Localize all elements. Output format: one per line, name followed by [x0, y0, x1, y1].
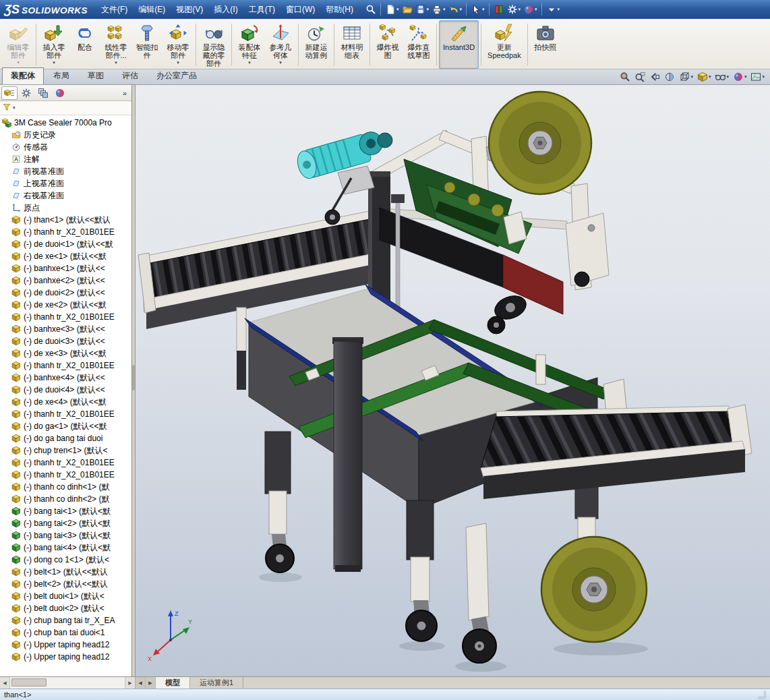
tree-item[interactable]: (-) dong co 1<1> (默认< [2, 554, 131, 566]
tab-评估[interactable]: 评估 [113, 67, 147, 84]
right-head-bracket[interactable] [566, 213, 609, 287]
scroll-thumb[interactable] [11, 678, 47, 687]
graphics-area[interactable]: Z Y X [136, 85, 770, 676]
tree-item[interactable]: (-) Upper taping head12 [2, 651, 131, 663]
tree-item[interactable]: (-) de duoi<3> (默认<< [2, 335, 131, 347]
move-component-button[interactable]: 移动零部件▾ [162, 20, 194, 69]
tree-item[interactable]: A注解 [2, 153, 131, 165]
menu-2[interactable]: 编辑(E) [133, 1, 171, 18]
exploded-view-button[interactable]: 爆炸视图 [372, 20, 403, 69]
tree-item[interactable]: (-) belt duoi<1> (默认< [2, 590, 131, 602]
panel-horizontal-scrollbar[interactable]: ◀ ▶ [0, 677, 136, 689]
tree-item[interactable]: (-) belt<2> (默认<<默认 [2, 578, 131, 590]
save-button[interactable]: ▾ [414, 2, 431, 17]
tree-item[interactable]: 历史记录 [2, 129, 131, 141]
tree-item[interactable]: (-) chup bang tai tr_X_EA [2, 614, 131, 626]
tree-item[interactable]: (-) banhxe<4> (默认<< [2, 372, 131, 384]
tab-办公室产品[interactable]: 办公室产品 [148, 67, 206, 84]
tree-item[interactable]: (-) belt<1> (默认<<默认 [2, 566, 131, 578]
select-button[interactable]: ▾ [469, 2, 486, 17]
tree-item[interactable]: 前视基准面 [2, 165, 131, 177]
explode-line-sketch-button[interactable]: 爆炸直线草图 [403, 20, 434, 69]
smart-fasteners-button[interactable]: 智能扣件 [131, 20, 162, 69]
scroll-right-button[interactable]: ▶ [125, 677, 135, 689]
tab-nav-prev[interactable]: ◀ [136, 677, 146, 689]
tree-item[interactable]: (-) bang tai<2> (默认<默 [2, 517, 131, 529]
center-post[interactable] [332, 337, 363, 572]
tree-item[interactable]: (-) do ga<1> (默认<<默 [2, 420, 131, 432]
options-button[interactable]: ▾ [506, 2, 523, 17]
tree-item[interactable]: (-) chup ban tai duoi<1 [2, 626, 131, 639]
instant3d-button[interactable]: Instant3D [439, 20, 479, 69]
tree-item[interactable]: (-) chup tren<1> (默认< [2, 444, 131, 457]
view-orientation-button[interactable]: ▾ [678, 71, 694, 83]
tree-item[interactable]: (-) de duoi<1> (默认<<默 [2, 238, 131, 250]
resize-grip[interactable] [758, 691, 766, 699]
tree-item[interactable]: (-) thanh tr_X2_01B01EE [2, 469, 131, 481]
undo-button[interactable]: ▾ [447, 2, 464, 17]
tree-item[interactable]: (-) thanh tr_X2_01B01EE [2, 226, 131, 238]
mate-button[interactable]: 配合 [69, 20, 100, 69]
lower-tape-roll[interactable] [541, 537, 647, 642]
previous-view-button[interactable] [648, 71, 661, 83]
tab-草图[interactable]: 草图 [79, 67, 113, 84]
show-hidden-components-button[interactable]: 显示隐藏的零部件 [198, 20, 229, 69]
tree-item[interactable]: (-) thanh co dinh<1> (默 [2, 481, 131, 493]
toolbar-overflow-button[interactable]: ▾ [545, 2, 562, 17]
panel-tab-feature-manager-tree[interactable] [1, 86, 18, 100]
scroll-left-button[interactable]: ◀ [0, 677, 10, 689]
tree-item[interactable]: (-) de xe<2> (默认<<默 [2, 299, 131, 311]
tree-item[interactable]: (-) Upper taping head12 [2, 639, 131, 651]
tab-装配体[interactable]: 装配体 [2, 67, 44, 84]
menu-4[interactable]: 插入(I) [208, 1, 243, 18]
tree-item[interactable]: (-) banhxe<1> (默认<< [2, 262, 131, 274]
open-button[interactable] [401, 2, 414, 17]
tree-item[interactable]: (-) de xe<3> (默认<<默 [2, 347, 131, 359]
new-motion-study-button[interactable]: 新建运动算例 [301, 20, 332, 69]
outfeed-leg-caster[interactable] [463, 523, 496, 663]
filter-funnel-icon[interactable] [2, 103, 11, 114]
section-view-button[interactable] [663, 71, 676, 83]
tree-item[interactable]: 传感器 [2, 141, 131, 153]
print-button[interactable]: ▾ [430, 2, 447, 17]
outfeed-conveyor[interactable] [481, 405, 752, 499]
menu-1[interactable]: 文件(F) [96, 1, 133, 18]
tree-item[interactable]: (-) bang tai<4> (默认<默 [2, 542, 131, 554]
apply-scene-button[interactable]: ▾ [749, 71, 766, 83]
tree-item[interactable]: (-) thanh co dinh<2> (默 [2, 493, 131, 505]
update-speedpak-button[interactable]: 更新Speedpak [483, 20, 525, 69]
display-style-button[interactable]: ▾ [696, 71, 713, 83]
model-tab-运动算例1[interactable]: 运动算例1 [190, 677, 243, 689]
tree-item[interactable]: 右视基准面 [2, 189, 131, 202]
insert-components-button[interactable]: 插入零部件▾ [38, 20, 69, 69]
assembly-features-button[interactable]: 装配体特征▾ [234, 20, 265, 69]
tree-item[interactable]: (-) belt duoi<2> (默认< [2, 602, 131, 614]
tree-item[interactable]: (-) de duoi<2> (默认<< [2, 287, 131, 299]
upper-tape-roll[interactable] [489, 92, 591, 194]
tree-item[interactable]: (-) thanh tr_X2_01B01EE [2, 408, 131, 420]
panel-tab-display-manager[interactable] [52, 86, 68, 100]
tree-item[interactable]: 上视基准面 [2, 177, 131, 189]
new-document-button[interactable]: ▾ [384, 2, 401, 17]
tree-item[interactable]: 原点 [2, 202, 131, 214]
tree-item[interactable]: (-) bang tai<3> (默认<默 [2, 529, 131, 542]
menu-5[interactable]: 工具(T) [243, 1, 280, 18]
scroll-track[interactable] [10, 677, 125, 689]
menu-3[interactable]: 视图(V) [171, 1, 208, 18]
tree-item[interactable]: (-) banhxe<3> (默认<< [2, 323, 131, 335]
bill-of-materials-button[interactable]: 材料明细表 [336, 20, 367, 69]
panel-tab-property-manager[interactable] [18, 86, 34, 100]
tree-item[interactable]: (-) do ga bang tai duoi [2, 432, 131, 444]
menu-7[interactable]: 帮助(H) [320, 1, 359, 18]
rebuild-button[interactable] [492, 2, 506, 17]
appearance-button[interactable]: ▾ [522, 2, 539, 17]
tab-布局[interactable]: 布局 [45, 67, 78, 84]
tree-item[interactable]: (-) bang tai<1> (默认<默 [2, 505, 131, 517]
tree-item[interactable]: (-) de xe<1> (默认<<默 [2, 250, 131, 262]
search-button[interactable] [364, 2, 378, 17]
menu-6[interactable]: 窗口(W) [280, 1, 320, 18]
take-snapshot-button[interactable]: 拍快照 [530, 20, 561, 69]
tree-item[interactable]: (-) thanh tr_X2_01B01EE [2, 311, 131, 323]
tree-item[interactable]: (-) thanh tr_X2_01B01EE [2, 457, 131, 469]
panel-tab-configuration-manager[interactable] [35, 86, 51, 100]
